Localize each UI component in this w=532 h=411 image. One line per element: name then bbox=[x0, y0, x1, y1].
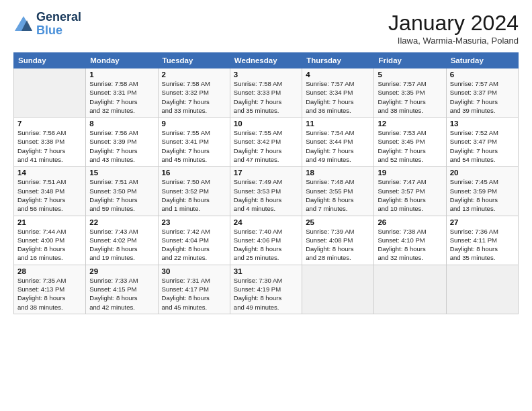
day-detail: Sunrise: 7:51 AM Sunset: 3:50 PM Dayligh… bbox=[89, 177, 154, 213]
day-detail: Sunrise: 7:47 AM Sunset: 3:57 PM Dayligh… bbox=[378, 177, 442, 213]
day-detail: Sunrise: 7:57 AM Sunset: 3:35 PM Dayligh… bbox=[378, 79, 442, 115]
day-number: 12 bbox=[378, 120, 442, 128]
day-cell bbox=[446, 265, 518, 314]
logo-line2: Blue bbox=[36, 24, 81, 38]
week-row-4: 28Sunrise: 7:35 AM Sunset: 4:13 PM Dayli… bbox=[14, 265, 519, 314]
day-detail: Sunrise: 7:58 AM Sunset: 3:32 PM Dayligh… bbox=[162, 79, 226, 115]
title-block: January 2024 Ilawa, Warmia-Masuria, Pola… bbox=[388, 11, 519, 46]
subtitle: Ilawa, Warmia-Masuria, Poland bbox=[388, 36, 519, 46]
day-number: 21 bbox=[17, 218, 82, 226]
day-cell: 27Sunrise: 7:36 AM Sunset: 4:11 PM Dayli… bbox=[446, 216, 518, 265]
day-detail: Sunrise: 7:43 AM Sunset: 4:02 PM Dayligh… bbox=[89, 227, 154, 263]
day-detail: Sunrise: 7:35 AM Sunset: 4:13 PM Dayligh… bbox=[17, 276, 82, 312]
day-number: 25 bbox=[306, 218, 370, 226]
day-cell: 23Sunrise: 7:42 AM Sunset: 4:04 PM Dayli… bbox=[158, 216, 230, 265]
day-number: 22 bbox=[89, 218, 154, 226]
day-number: 6 bbox=[450, 71, 515, 79]
day-number: 3 bbox=[234, 71, 298, 79]
day-cell bbox=[374, 265, 446, 314]
day-cell: 22Sunrise: 7:43 AM Sunset: 4:02 PM Dayli… bbox=[86, 216, 158, 265]
day-cell: 31Sunrise: 7:30 AM Sunset: 4:19 PM Dayli… bbox=[230, 265, 302, 314]
day-detail: Sunrise: 7:30 AM Sunset: 4:19 PM Dayligh… bbox=[234, 276, 298, 312]
day-number: 1 bbox=[89, 71, 154, 79]
day-detail: Sunrise: 7:52 AM Sunset: 3:47 PM Dayligh… bbox=[450, 128, 515, 164]
day-number: 4 bbox=[306, 71, 370, 79]
day-cell: 2Sunrise: 7:58 AM Sunset: 3:32 PM Daylig… bbox=[158, 68, 230, 118]
day-detail: Sunrise: 7:51 AM Sunset: 3:48 PM Dayligh… bbox=[17, 177, 82, 213]
col-header-tuesday: Tuesday bbox=[158, 53, 230, 68]
day-number: 29 bbox=[89, 267, 154, 275]
day-number: 23 bbox=[162, 218, 226, 226]
day-number: 16 bbox=[162, 169, 226, 177]
day-number: 17 bbox=[234, 169, 298, 177]
day-number: 18 bbox=[306, 169, 370, 177]
day-number: 13 bbox=[450, 120, 515, 128]
day-cell: 14Sunrise: 7:51 AM Sunset: 3:48 PM Dayli… bbox=[14, 167, 86, 216]
day-cell: 13Sunrise: 7:52 AM Sunset: 3:47 PM Dayli… bbox=[446, 118, 518, 167]
day-detail: Sunrise: 7:57 AM Sunset: 3:34 PM Dayligh… bbox=[306, 79, 370, 115]
day-detail: Sunrise: 7:58 AM Sunset: 3:33 PM Dayligh… bbox=[234, 79, 298, 115]
day-number: 26 bbox=[378, 218, 442, 226]
day-detail: Sunrise: 7:55 AM Sunset: 3:41 PM Dayligh… bbox=[162, 128, 226, 164]
calendar-table: SundayMondayTuesdayWednesdayThursdayFrid… bbox=[13, 52, 519, 314]
day-cell: 5Sunrise: 7:57 AM Sunset: 3:35 PM Daylig… bbox=[374, 68, 446, 118]
day-cell: 26Sunrise: 7:38 AM Sunset: 4:10 PM Dayli… bbox=[374, 216, 446, 265]
day-detail: Sunrise: 7:56 AM Sunset: 3:39 PM Dayligh… bbox=[89, 128, 154, 164]
day-detail: Sunrise: 7:56 AM Sunset: 3:38 PM Dayligh… bbox=[17, 128, 82, 164]
calendar-body: 1Sunrise: 7:58 AM Sunset: 3:31 PM Daylig… bbox=[14, 68, 519, 314]
day-cell: 1Sunrise: 7:58 AM Sunset: 3:31 PM Daylig… bbox=[86, 68, 158, 118]
logo-icon bbox=[13, 15, 34, 34]
day-cell: 9Sunrise: 7:55 AM Sunset: 3:41 PM Daylig… bbox=[158, 118, 230, 167]
day-cell bbox=[14, 68, 86, 118]
day-number: 27 bbox=[450, 218, 515, 226]
day-cell: 10Sunrise: 7:55 AM Sunset: 3:42 PM Dayli… bbox=[230, 118, 302, 167]
day-cell: 12Sunrise: 7:53 AM Sunset: 3:45 PM Dayli… bbox=[374, 118, 446, 167]
day-detail: Sunrise: 7:40 AM Sunset: 4:06 PM Dayligh… bbox=[234, 227, 298, 263]
day-number: 14 bbox=[17, 169, 82, 177]
day-detail: Sunrise: 7:49 AM Sunset: 3:53 PM Dayligh… bbox=[234, 177, 298, 213]
day-number: 15 bbox=[89, 169, 154, 177]
day-number: 5 bbox=[378, 71, 442, 79]
col-header-friday: Friday bbox=[374, 53, 446, 68]
logo: General Blue bbox=[13, 11, 81, 38]
week-row-2: 14Sunrise: 7:51 AM Sunset: 3:48 PM Dayli… bbox=[14, 167, 519, 216]
day-detail: Sunrise: 7:36 AM Sunset: 4:11 PM Dayligh… bbox=[450, 227, 515, 263]
week-row-0: 1Sunrise: 7:58 AM Sunset: 3:31 PM Daylig… bbox=[14, 68, 519, 118]
day-cell: 7Sunrise: 7:56 AM Sunset: 3:38 PM Daylig… bbox=[14, 118, 86, 167]
day-number: 10 bbox=[234, 120, 298, 128]
day-detail: Sunrise: 7:44 AM Sunset: 4:00 PM Dayligh… bbox=[17, 227, 82, 263]
day-detail: Sunrise: 7:39 AM Sunset: 4:08 PM Dayligh… bbox=[306, 227, 370, 263]
day-cell: 4Sunrise: 7:57 AM Sunset: 3:34 PM Daylig… bbox=[302, 68, 374, 118]
day-detail: Sunrise: 7:53 AM Sunset: 3:45 PM Dayligh… bbox=[378, 128, 442, 164]
day-detail: Sunrise: 7:38 AM Sunset: 4:10 PM Dayligh… bbox=[378, 227, 442, 263]
day-cell: 18Sunrise: 7:48 AM Sunset: 3:55 PM Dayli… bbox=[302, 167, 374, 216]
day-detail: Sunrise: 7:57 AM Sunset: 3:37 PM Dayligh… bbox=[450, 79, 515, 115]
day-number: 28 bbox=[17, 267, 82, 275]
day-detail: Sunrise: 7:48 AM Sunset: 3:55 PM Dayligh… bbox=[306, 177, 370, 213]
day-cell: 25Sunrise: 7:39 AM Sunset: 4:08 PM Dayli… bbox=[302, 216, 374, 265]
day-cell bbox=[302, 265, 374, 314]
day-cell: 11Sunrise: 7:54 AM Sunset: 3:44 PM Dayli… bbox=[302, 118, 374, 167]
day-cell: 16Sunrise: 7:50 AM Sunset: 3:52 PM Dayli… bbox=[158, 167, 230, 216]
day-cell: 19Sunrise: 7:47 AM Sunset: 3:57 PM Dayli… bbox=[374, 167, 446, 216]
day-number: 24 bbox=[234, 218, 298, 226]
day-number: 30 bbox=[162, 267, 226, 275]
day-number: 11 bbox=[306, 120, 370, 128]
day-cell: 15Sunrise: 7:51 AM Sunset: 3:50 PM Dayli… bbox=[86, 167, 158, 216]
logo-line1: General bbox=[36, 11, 81, 24]
day-detail: Sunrise: 7:58 AM Sunset: 3:31 PM Dayligh… bbox=[89, 79, 154, 115]
day-detail: Sunrise: 7:50 AM Sunset: 3:52 PM Dayligh… bbox=[162, 177, 226, 213]
day-number: 31 bbox=[234, 267, 298, 275]
day-detail: Sunrise: 7:55 AM Sunset: 3:42 PM Dayligh… bbox=[234, 128, 298, 164]
day-number: 7 bbox=[17, 120, 82, 128]
col-header-wednesday: Wednesday bbox=[230, 53, 302, 68]
logo-text: General Blue bbox=[36, 11, 81, 38]
day-cell: 8Sunrise: 7:56 AM Sunset: 3:39 PM Daylig… bbox=[86, 118, 158, 167]
day-cell: 20Sunrise: 7:45 AM Sunset: 3:59 PM Dayli… bbox=[446, 167, 518, 216]
day-detail: Sunrise: 7:45 AM Sunset: 3:59 PM Dayligh… bbox=[450, 177, 515, 213]
day-cell: 6Sunrise: 7:57 AM Sunset: 3:37 PM Daylig… bbox=[446, 68, 518, 118]
calendar-header-row: SundayMondayTuesdayWednesdayThursdayFrid… bbox=[14, 53, 519, 68]
day-cell: 30Sunrise: 7:31 AM Sunset: 4:17 PM Dayli… bbox=[158, 265, 230, 314]
day-number: 2 bbox=[162, 71, 226, 79]
day-cell: 21Sunrise: 7:44 AM Sunset: 4:00 PM Dayli… bbox=[14, 216, 86, 265]
